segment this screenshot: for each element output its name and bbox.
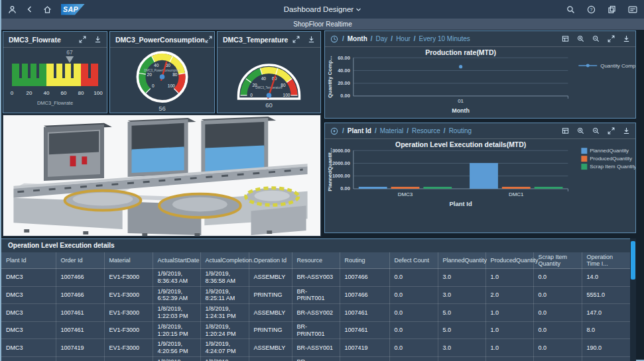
time-hierarchy-icon[interactable]	[330, 35, 338, 43]
table-cell: 3.0	[438, 269, 485, 287]
table-cell: 0.0	[389, 286, 438, 304]
crumb-hour[interactable]: Hour	[396, 35, 411, 42]
table-cell: DMC3	[1, 339, 56, 357]
column-header[interactable]: Routing	[340, 252, 389, 269]
crumb-10min[interactable]: Every 10 Minutes	[419, 35, 470, 42]
table-cell: 1.0	[485, 356, 533, 361]
expand-icon[interactable]	[608, 35, 615, 42]
column-header[interactable]: Defect Count	[389, 252, 438, 269]
linear-gauge: 67020406080100DMC3_Flowrate	[3, 48, 107, 115]
svg-text:100: 100	[283, 93, 290, 97]
table-row[interactable]: DMC31007466EV1-F30001/9/2019, 6:52:39 AM…	[1, 286, 630, 304]
table-cell: 1007466	[340, 269, 389, 287]
zoom-in-icon[interactable]	[577, 127, 584, 134]
crumb-material[interactable]: Material	[380, 127, 404, 134]
copy-icon[interactable]	[608, 5, 616, 14]
table-row[interactable]: DMC31007461EV1-F30001/8/2019, 1:20:15 PM…	[1, 321, 630, 339]
column-header[interactable]: Scrap Item Quantity	[533, 252, 582, 269]
crumb-month[interactable]: Month	[348, 35, 367, 42]
zoom-in-icon[interactable]	[577, 35, 584, 42]
crumb-routing[interactable]: Routing	[449, 127, 472, 134]
column-header[interactable]: Resource	[292, 252, 340, 269]
table-scrollbar[interactable]	[630, 238, 636, 361]
svg-text:DMC3: DMC3	[398, 191, 413, 197]
crumb-plant[interactable]: Plant Id	[348, 127, 371, 134]
table-row[interactable]: DMC31007419EV1-F30001/9/2019, 3:41:32 PM…	[1, 356, 630, 361]
table-title: Operation Level Execution details	[1, 239, 630, 252]
svg-text:40: 40	[44, 90, 50, 96]
table-row[interactable]: DMC31007419EV1-F30001/9/2019, 4:20:56 PM…	[1, 339, 630, 357]
svg-text:?: ?	[590, 7, 593, 12]
expand-icon[interactable]	[608, 127, 615, 134]
sap-logo[interactable]: SAP	[61, 4, 85, 15]
column-header[interactable]: Order Id	[56, 252, 104, 269]
svg-text:100: 100	[168, 83, 175, 88]
svg-text:0: 0	[152, 83, 155, 88]
svg-text:20: 20	[147, 72, 153, 77]
user-icon[interactable]	[8, 5, 17, 14]
table-cell: 1007461	[56, 304, 104, 322]
table-header-row: Plant IdOrder IdMaterialActualStartDateA…	[1, 252, 630, 269]
svg-text:Plant Id: Plant Id	[450, 200, 472, 207]
table-cell: DMC3	[1, 321, 56, 339]
expand-icon[interactable]	[79, 36, 86, 43]
column-header[interactable]: PlannedQuantity	[438, 252, 485, 269]
svg-text:0.00: 0.00	[340, 93, 350, 99]
drilldown-breadcrumb: /Plant Id /Material /Resource /Routing	[342, 127, 472, 134]
svg-text:0: 0	[250, 93, 253, 97]
help-icon[interactable]: ?	[587, 5, 596, 14]
zoom-out-icon[interactable]	[592, 127, 600, 134]
table-cell: PRINTING	[249, 321, 292, 339]
hierarchy-icon[interactable]	[330, 127, 338, 135]
table-cell: 1007466	[340, 286, 389, 304]
operation-execution-chart: Operation Level Execution details(MTD)0.…	[325, 139, 635, 232]
table-cell: BR-ASSY002	[292, 304, 340, 322]
expand-icon[interactable]	[205, 36, 212, 43]
svg-text:01: 01	[458, 98, 464, 104]
column-header[interactable]: Material	[104, 252, 153, 269]
page-title: ShopFloor Realtime	[1, 19, 644, 30]
table-cell: 1007419	[56, 339, 104, 357]
svg-text:80: 80	[78, 90, 84, 96]
column-header[interactable]: Operation Id	[249, 252, 292, 269]
svg-text:60: 60	[61, 90, 67, 96]
list-menu-icon[interactable]	[628, 5, 637, 14]
svg-text:40: 40	[154, 63, 159, 68]
download-icon[interactable]	[308, 36, 315, 43]
table-cell: 0.0	[389, 339, 438, 357]
expand-icon[interactable]	[292, 36, 300, 43]
back-icon[interactable]	[26, 5, 34, 13]
chevron-down-icon	[355, 7, 361, 12]
column-header[interactable]: ProducedQuantity	[485, 252, 533, 269]
table-cell: EV1-F3000	[104, 304, 153, 322]
search-icon[interactable]	[566, 5, 575, 14]
table-row[interactable]: DMC31007466EV1-F30001/9/2019, 8:36:43 AM…	[1, 269, 630, 287]
table-view-icon[interactable]	[562, 35, 569, 42]
svg-text:20: 20	[27, 90, 32, 96]
svg-text:Month: Month	[452, 107, 470, 114]
column-header[interactable]: ActualCompletion...	[200, 252, 249, 269]
crumb-resource[interactable]: Resource	[412, 127, 440, 134]
scrollbar-thumb[interactable]	[631, 241, 635, 280]
top-bar: SAP Dashboard Designer ?	[1, 0, 644, 19]
app-title[interactable]: Dashboard Designer	[284, 5, 354, 13]
column-header[interactable]: Operation Time I...	[582, 252, 630, 269]
table-row[interactable]: DMC31007461EV1-F30001/8/2019, 1:22:03 PM…	[1, 304, 630, 322]
download-icon[interactable]	[623, 35, 630, 42]
svg-text:1000.00: 1000.00	[332, 173, 350, 179]
gauge-widget-temperature: DMC3_Temperature 020406080100DMC3_Temper…	[217, 31, 321, 113]
table-cell: 0.0	[533, 286, 582, 304]
svg-text:Scrap Item Quantity: Scrap Item Quantity	[590, 164, 635, 170]
table-view-icon[interactable]	[562, 127, 569, 134]
crumb-day[interactable]: Day	[376, 35, 388, 42]
download-icon[interactable]	[94, 36, 101, 43]
table-cell: EV1-F3000	[104, 321, 153, 339]
zoom-out-icon[interactable]	[592, 35, 600, 42]
home-icon[interactable]	[43, 5, 52, 14]
table-cell: 1/9/2019, 8:36:43 AM	[153, 269, 200, 287]
table-cell: 1.0	[485, 321, 533, 339]
column-header[interactable]: Plant Id	[1, 252, 56, 269]
column-header[interactable]: ActualStartDate	[153, 252, 200, 269]
table-cell: DMC3	[1, 286, 56, 304]
download-icon[interactable]	[623, 127, 630, 134]
